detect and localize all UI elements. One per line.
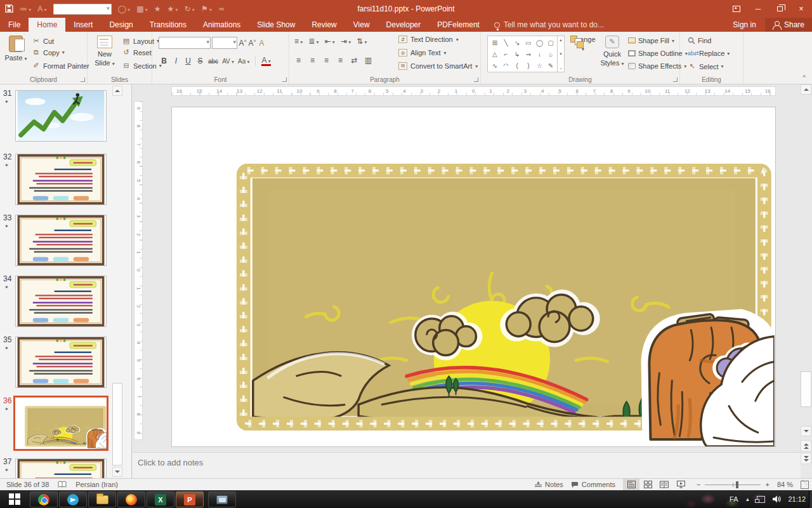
reset-button[interactable]: ↺Reset xyxy=(122,48,152,57)
dialog-launcher-icon[interactable] xyxy=(81,77,85,82)
font-color-button[interactable]: A xyxy=(261,57,270,66)
shape-button[interactable]: △ xyxy=(489,48,501,60)
scroll-up-button[interactable] xyxy=(801,84,811,95)
start-button[interactable] xyxy=(0,490,29,508)
redo-icon[interactable]: ↻ xyxy=(185,5,195,13)
slide-thumbnail-37[interactable] xyxy=(15,458,107,478)
shape-button[interactable]: ✎ xyxy=(545,60,556,71)
shape-fill-button[interactable]: Shape Fill xyxy=(628,37,674,44)
taskbar-chrome-button[interactable] xyxy=(30,491,58,507)
shape-button[interactable]: ) xyxy=(523,60,534,71)
scroll-down-icon[interactable]: ▾ xyxy=(560,51,562,57)
dialog-launcher-icon[interactable] xyxy=(282,77,287,82)
hidden-icons-button[interactable]: ▲ xyxy=(745,497,750,502)
shape-button[interactable]: ⌐ xyxy=(501,48,512,60)
notes-panel[interactable]: Click to add notes xyxy=(133,452,801,478)
star-icon[interactable]: ★ xyxy=(154,5,161,13)
customize-qat-icon[interactable]: ≂ xyxy=(218,5,225,13)
quick-styles-button[interactable]: ✎ QuickStyles xyxy=(598,36,627,68)
shape-button[interactable]: ▢ xyxy=(545,37,556,48)
shape-circle-icon[interactable]: ◯ xyxy=(118,5,131,13)
thumbnail-scrollbar[interactable] xyxy=(112,86,122,477)
share-button[interactable]: Share xyxy=(765,18,812,32)
zoom-out-button[interactable]: − xyxy=(697,481,700,488)
scroll-down-button[interactable] xyxy=(801,426,811,436)
previous-slide-button[interactable] xyxy=(801,440,811,451)
paragraph-icon-button[interactable]: ≡ xyxy=(336,56,344,65)
taskbar-powerpoint-button[interactable]: P xyxy=(176,491,204,507)
shape-button[interactable]: ◯ xyxy=(534,37,546,48)
taskbar-telegram-button[interactable] xyxy=(59,491,87,507)
spellcheck-icon[interactable] xyxy=(58,481,67,488)
shape-button[interactable]: ╲ xyxy=(501,37,512,48)
tab-slideshow[interactable]: Slide Show xyxy=(249,18,303,32)
reading-view-button[interactable] xyxy=(656,479,672,490)
zoom-in-button[interactable]: + xyxy=(765,481,769,488)
flag-icon[interactable]: ⚑ xyxy=(201,5,212,13)
paragraph-icon-button[interactable]: ≡ xyxy=(322,56,331,65)
bullet-list-icon[interactable]: ≔ xyxy=(20,5,31,13)
arrange-button[interactable]: Arrange xyxy=(568,36,598,53)
paragraph-icon-button[interactable]: ⇄ xyxy=(350,56,358,65)
slide-thumbnail-34[interactable] xyxy=(15,276,107,327)
shape-button[interactable]: ⊞ xyxy=(489,37,501,48)
network-icon[interactable] xyxy=(757,496,765,503)
clear-formatting-button[interactable]: A xyxy=(258,39,266,48)
language-indicator[interactable]: Persian (Iran) xyxy=(75,481,118,488)
slide-thumbnail-31[interactable] xyxy=(15,90,107,142)
shape-button[interactable]: ◠ xyxy=(501,60,512,71)
format-painter-button[interactable]: ✐Format Painter xyxy=(32,62,89,70)
paragraph-icon-button[interactable]: ⇅ xyxy=(357,37,367,46)
save-icon[interactable] xyxy=(5,4,13,14)
notes-toggle[interactable]: Notes xyxy=(535,481,563,488)
slide-thumbnail-36-selected[interactable] xyxy=(13,396,108,451)
zoom-slider-thumb[interactable] xyxy=(736,481,738,488)
shape-outline-button[interactable]: Shape Outline xyxy=(628,50,688,57)
scrollbar-thumb[interactable] xyxy=(801,371,811,407)
taskbar-firefox-button[interactable] xyxy=(117,491,145,507)
star-icon[interactable]: ★ xyxy=(167,5,178,13)
find-button[interactable]: Find xyxy=(688,37,711,44)
replace-button[interactable]: ab⇄Replace xyxy=(688,50,730,57)
tab-design[interactable]: Design xyxy=(101,18,141,32)
bold-button[interactable]: B xyxy=(160,57,168,65)
font-name-combo[interactable] xyxy=(159,37,211,49)
select-button[interactable]: ↖Select xyxy=(688,62,724,70)
italic-button[interactable]: I xyxy=(172,57,180,65)
zoom-slider[interactable] xyxy=(705,485,761,485)
ribbon-display-options-button[interactable] xyxy=(726,0,747,18)
sign-in-button[interactable]: Sign in xyxy=(724,18,765,32)
tell-me-box[interactable]: Tell me what you want to do... xyxy=(494,18,604,32)
tab-home[interactable]: Home xyxy=(29,18,65,32)
speaker-icon[interactable] xyxy=(772,495,781,503)
scroll-up-icon[interactable]: ▴ xyxy=(560,37,562,43)
shape-button[interactable]: ↳ xyxy=(511,48,523,60)
tab-transitions[interactable]: Transitions xyxy=(141,18,195,32)
text-direction-button[interactable]: ⇵Text Direction xyxy=(398,36,459,43)
shape-button[interactable]: ↓ xyxy=(534,48,546,60)
grow-font-button[interactable]: A˄ xyxy=(239,39,247,48)
tab-animations[interactable]: Animations xyxy=(195,18,249,32)
qat-style-combo[interactable] xyxy=(53,4,112,15)
cut-button[interactable]: ✂Cut xyxy=(32,37,54,45)
slideshow-view-button[interactable] xyxy=(672,479,689,490)
shape-button[interactable]: ↘ xyxy=(511,37,523,48)
paragraph-icon-button[interactable]: ≡ xyxy=(294,56,303,65)
strikethrough-button[interactable]: S xyxy=(196,57,204,65)
subscript-button[interactable]: abc xyxy=(208,58,218,65)
close-button[interactable]: × xyxy=(790,0,812,18)
underline-button[interactable]: U xyxy=(184,57,192,65)
clock[interactable]: 21:12 xyxy=(788,495,806,503)
minimize-button[interactable]: ─ xyxy=(747,0,769,18)
normal-view-button[interactable] xyxy=(623,479,639,490)
paragraph-icon-button[interactable]: ⇥ xyxy=(341,37,351,46)
paragraph-icon-button[interactable]: ≡ xyxy=(308,56,317,65)
tab-review[interactable]: Review xyxy=(303,18,344,32)
new-slide-button[interactable]: NewSlide xyxy=(90,36,119,68)
shapes-gallery-scrollbar[interactable]: ▴ ▾ ⌄ xyxy=(557,36,565,72)
dialog-launcher-icon[interactable] xyxy=(673,77,678,82)
scrollbar-thumb[interactable] xyxy=(112,383,122,465)
show-desktop-button[interactable] xyxy=(809,490,812,508)
editor-scrollbar[interactable] xyxy=(801,84,811,478)
shape-button[interactable]: ☆ xyxy=(534,60,546,71)
